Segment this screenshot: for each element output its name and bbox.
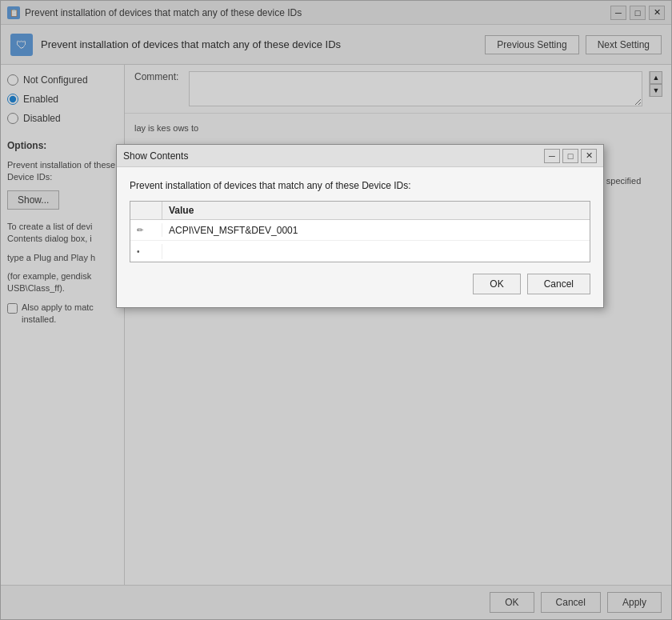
dialog-title: Show Contents (123, 150, 188, 162)
dialog-minimize-button[interactable]: ─ (544, 149, 560, 163)
dialog-bottom-buttons: OK Cancel (130, 274, 590, 299)
row2-value-cell[interactable] (162, 241, 590, 262)
dialog-ok-button[interactable]: OK (473, 274, 520, 294)
dialog-close-button[interactable]: ✕ (581, 149, 597, 163)
dialog-maximize-button[interactable]: □ (562, 149, 578, 163)
modal-overlay (0, 0, 672, 620)
row2-value-input[interactable] (169, 244, 583, 258)
row1-icon: ✏ (130, 223, 162, 237)
table-header: Value (130, 202, 590, 220)
dialog-controls: ─ □ ✕ (544, 149, 597, 163)
col-header-value: Value (162, 202, 590, 219)
row2-icon: • (130, 244, 162, 259)
col-header-icon (130, 202, 162, 219)
show-contents-dialog: Show Contents ─ □ ✕ Prevent installation… (116, 144, 604, 308)
row1-value-input[interactable] (169, 223, 583, 238)
dialog-description: Prevent installation of devices that mat… (130, 180, 590, 191)
dialog-title-bar: Show Contents ─ □ ✕ (117, 145, 603, 167)
dialog-body: Prevent installation of devices that mat… (117, 167, 603, 307)
table-row-empty: • (130, 241, 590, 262)
value-table: Value ✏ • (130, 201, 590, 262)
row1-value-cell[interactable] (162, 221, 590, 240)
dialog-cancel-button[interactable]: Cancel (527, 274, 590, 294)
table-row: ✏ (130, 220, 590, 241)
